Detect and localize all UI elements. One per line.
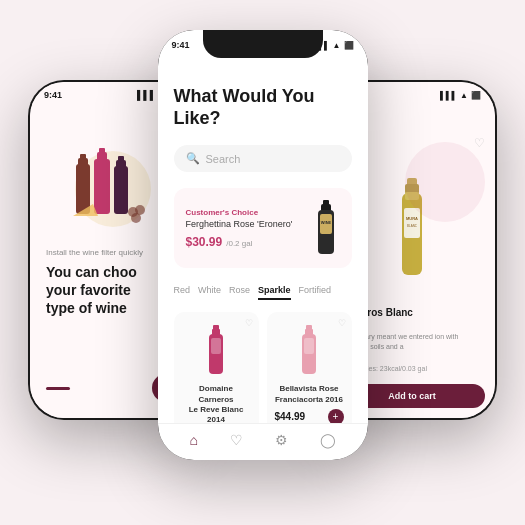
heart-icon-2[interactable]: ♡ <box>338 318 346 328</box>
wine-card-1[interactable]: ♡ Domaine CarnerosLe Reve Blanc 2014 $10… <box>174 312 259 423</box>
heart-nav-icon: ♡ <box>230 432 243 448</box>
add-btn-2[interactable]: + <box>328 409 344 423</box>
time-center: 9:41 <box>172 40 190 50</box>
nav-settings[interactable]: ⚙ <box>275 432 288 448</box>
wine-price-2: $44.99 <box>275 411 306 422</box>
wine-price-row-2: $44.99 + <box>275 409 344 423</box>
svg-text:BLANC: BLANC <box>407 224 418 228</box>
svg-text:MURA: MURA <box>406 216 418 221</box>
time-left: 9:41 <box>44 90 62 100</box>
featured-price: $30.99 <box>186 235 223 249</box>
featured-label: Customer's Choice <box>186 208 293 217</box>
search-bar[interactable]: 🔍 Search <box>174 145 352 172</box>
heart-icon-1[interactable]: ♡ <box>245 318 253 328</box>
bottle-area-1 <box>206 320 226 380</box>
tab-rose[interactable]: Rose <box>229 282 250 300</box>
search-icon: 🔍 <box>186 152 200 165</box>
featured-info: Customer's Choice Ferghettina Rose 'Eron… <box>186 208 293 249</box>
phone-center: 9:41 ▌▌▌ ▲ ⬛ What Would You Like? 🔍 Sear… <box>158 30 368 460</box>
nav-favorites[interactable]: ♡ <box>230 432 243 448</box>
center-header: What Would You Like? <box>158 50 368 137</box>
featured-volume: /0.2 gal <box>226 239 252 248</box>
wine-name-1: Domaine CarnerosLe Reve Blanc 2014 <box>182 384 251 423</box>
search-placeholder: Search <box>206 153 241 165</box>
home-icon: ⌂ <box>189 432 197 448</box>
svg-rect-7 <box>114 166 128 214</box>
svg-rect-22 <box>211 338 221 354</box>
featured-card[interactable]: Customer's Choice Ferghettina Rose 'Eron… <box>174 188 352 268</box>
svg-rect-6 <box>99 148 105 154</box>
scene: 9:41 ▌▌▌ ▲ ⬛ <box>0 0 525 525</box>
featured-name: Ferghettina Rose 'Eronero' <box>186 219 293 231</box>
featured-bottle: WINE <box>312 198 340 258</box>
tab-white[interactable]: White <box>198 282 221 300</box>
left-dash <box>46 387 70 390</box>
svg-rect-1 <box>76 164 90 214</box>
wine-card-2[interactable]: ♡ Bellavista RoseFranciacorta 2016 $44.9… <box>267 312 352 423</box>
bottle-area-2 <box>299 320 319 380</box>
svg-rect-15 <box>323 200 329 206</box>
notch-center <box>203 30 323 58</box>
bottom-nav: ⌂ ♡ ⚙ ◯ <box>158 423 368 460</box>
svg-text:WINE: WINE <box>320 220 331 225</box>
svg-rect-9 <box>118 156 124 162</box>
category-tabs: Red White Rose Sparkle Fortified <box>158 276 368 306</box>
status-icons-right: ▌▌▌ ▲ ⬛ <box>440 91 481 100</box>
decorative-circle <box>405 142 485 222</box>
tab-fortified[interactable]: Fortified <box>299 282 332 300</box>
gear-icon: ⚙ <box>275 432 288 448</box>
right-heart-icon[interactable]: ♡ <box>474 136 485 150</box>
nav-profile[interactable]: ◯ <box>320 432 336 448</box>
user-icon: ◯ <box>320 432 336 448</box>
svg-rect-4 <box>94 159 110 214</box>
wine-grid: ♡ Domaine CarnerosLe Reve Blanc 2014 $10… <box>158 306 368 423</box>
tab-sparkle[interactable]: Sparkle <box>258 282 291 300</box>
tab-red[interactable]: Red <box>174 282 191 300</box>
svg-rect-26 <box>304 338 314 354</box>
svg-rect-3 <box>80 154 86 160</box>
svg-rect-38 <box>404 208 420 238</box>
wine-name-2: Bellavista RoseFranciacorta 2016 <box>275 384 343 405</box>
page-title: What Would You Like? <box>174 86 352 129</box>
nav-home[interactable]: ⌂ <box>189 432 197 448</box>
svg-point-13 <box>131 213 141 223</box>
